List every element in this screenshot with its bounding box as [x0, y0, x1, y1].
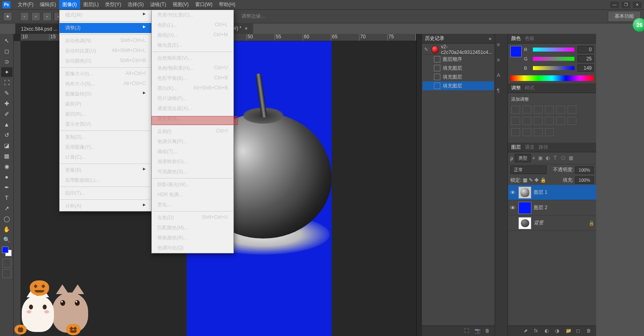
panel-icon-2[interactable]: ≡ [497, 57, 506, 66]
menu-item[interactable]: 色相/饱和度(H)...Ctrl+U [152, 63, 233, 73]
spectrum-ramp[interactable] [510, 75, 594, 81]
trash-icon[interactable]: 🗑 [485, 328, 491, 334]
menu-帮助[interactable]: 帮助(H) [216, 0, 239, 9]
refine-edge-button[interactable]: 调整边缘... [242, 13, 265, 20]
menu-item[interactable]: 替换颜色(R)... [152, 233, 233, 243]
move-tool-icon[interactable]: ↖ [1, 36, 12, 46]
adj-icon[interactable] [511, 128, 520, 136]
history-item[interactable]: 填充图层 [423, 81, 494, 90]
adj-icon[interactable] [534, 128, 543, 136]
adj-icon[interactable] [545, 106, 554, 114]
adj-icon[interactable] [534, 106, 543, 114]
menu-item[interactable]: 黑白(K)...Alt+Shift+Ctrl+B [152, 83, 233, 93]
adj-icon[interactable] [545, 117, 554, 125]
brush-tool-icon[interactable]: ✐ [1, 109, 12, 119]
r-slider[interactable] [533, 48, 574, 52]
path-tool-icon[interactable]: ↗ [1, 203, 12, 213]
r-value[interactable]: 0 [578, 46, 594, 53]
visibility-toggle-icon[interactable]: 👁 [510, 205, 516, 211]
adj-icon[interactable] [556, 106, 565, 114]
tab-close-icon[interactable]: × [245, 25, 248, 31]
menu-item[interactable]: 匹配颜色(M)... [152, 223, 233, 233]
adj-icon[interactable] [522, 128, 531, 136]
menu-item[interactable]: 颜色查找... [152, 114, 233, 124]
tool-preset-icon[interactable]: ✦ [3, 12, 12, 21]
b-slider[interactable] [533, 66, 574, 70]
menu-item[interactable]: 曝光度(E)... [152, 40, 233, 50]
close-button[interactable]: ✕ [633, 2, 642, 8]
selection-add-icon[interactable]: ▫ [31, 12, 40, 21]
swatches-tab[interactable]: 色板 [525, 35, 535, 42]
menu-类型[interactable]: 类型(Y) [102, 0, 124, 9]
adj-icon[interactable] [511, 117, 520, 125]
color-tab[interactable]: 颜色 [511, 35, 521, 42]
lasso-tool-icon[interactable]: ⊃ [1, 57, 12, 66]
menu-item[interactable]: 变量(B) [60, 165, 151, 175]
menu-item[interactable]: 调整(J) [60, 23, 151, 33]
stamp-tool-icon[interactable]: ▲ [1, 120, 12, 129]
channels-tab[interactable]: 通道 [525, 144, 535, 151]
menu-item[interactable]: 渐变映射(G)... [152, 157, 233, 167]
snapshot-new-icon[interactable]: ⛶ [464, 328, 471, 334]
layer-item[interactable]: 👁图层 2 [508, 200, 596, 216]
menu-item[interactable]: 照片滤镜(F)... [152, 93, 233, 104]
panel-icon-1[interactable]: ≡ [497, 42, 506, 51]
selection-new-icon[interactable]: ▫ [20, 12, 29, 21]
menu-item[interactable]: 色调分离(P)... [152, 137, 233, 147]
menu-item[interactable]: 应用图像(Y)... [60, 142, 151, 152]
adjustment-layer-icon[interactable]: ◑ [555, 328, 561, 334]
layer-kind-dropdown[interactable]: 类型 [515, 154, 531, 162]
dodge-tool-icon[interactable]: ● [1, 172, 12, 182]
opacity-value[interactable]: 100% [575, 166, 594, 174]
adj-icon[interactable] [522, 117, 531, 125]
new-layer-icon[interactable]: ◻ [576, 328, 582, 334]
menu-item[interactable]: 显示全部(V) [60, 119, 151, 129]
menu-item[interactable]: 变化... [152, 200, 233, 210]
menu-item[interactable]: 自动颜色(O)Shift+Ctrl+B [60, 56, 151, 66]
history-item[interactable]: 图层顺序 [423, 55, 494, 64]
blur-tool-icon[interactable]: ◉ [1, 162, 12, 171]
menu-窗口[interactable]: 窗口(W) [192, 0, 216, 9]
menu-图像[interactable]: 图像(I) [59, 0, 80, 9]
notification-badge[interactable]: 26 [633, 18, 644, 32]
styles-tab[interactable]: 样式 [525, 85, 535, 91]
color-swatches[interactable] [2, 247, 12, 256]
pen-tool-icon[interactable]: ✒ [1, 183, 12, 192]
menu-item[interactable]: HDR 色调... [152, 190, 233, 200]
menu-滤镜[interactable]: 滤镜(T) [147, 0, 169, 9]
lock-pixels-icon[interactable]: ✎ [529, 177, 533, 183]
menu-item[interactable]: 色调均化(Q) [152, 243, 233, 253]
menu-item[interactable]: 模式(M) [60, 10, 151, 20]
lock-position-icon[interactable]: ✥ [535, 177, 539, 183]
filter-type-icon[interactable]: T [553, 155, 560, 162]
menu-item[interactable]: 分析(A) [60, 201, 151, 211]
menu-item[interactable]: 阈值(T)... [152, 147, 233, 157]
layer-name[interactable]: 图层 2 [534, 204, 547, 211]
menu-item[interactable]: 自然饱和度(V)... [152, 53, 233, 63]
menu-文件[interactable]: 文件(F) [14, 0, 37, 9]
menu-item[interactable]: 色彩平衡(B)...Ctrl+B [152, 73, 233, 83]
adj-icon[interactable] [534, 117, 543, 125]
gradient-tool-icon[interactable]: ▦ [1, 151, 12, 161]
link-icon[interactable]: ⬈ [524, 328, 530, 334]
layer-item[interactable]: 背景🔒 [508, 216, 596, 231]
history-item[interactable]: 填充图层 [423, 73, 494, 81]
menu-item[interactable]: 图像大小(I)...Alt+Ctrl+I [60, 69, 151, 79]
group-icon[interactable]: 📁 [566, 328, 572, 334]
blend-mode-dropdown[interactable]: 正常 [510, 166, 547, 174]
menu-item[interactable]: 画布大小(S)...Alt+Ctrl+C [60, 79, 151, 89]
healing-tool-icon[interactable]: ✚ [1, 99, 12, 108]
menu-编辑[interactable]: 编辑(E) [37, 0, 59, 9]
adj-icon[interactable] [522, 106, 531, 114]
g-slider[interactable] [533, 57, 574, 61]
crop-tool-icon[interactable]: ⛶ [1, 78, 12, 87]
adj-icon[interactable] [511, 106, 520, 114]
foreground-swatch[interactable] [510, 46, 522, 57]
quick-mask-icon[interactable] [2, 259, 11, 268]
lock-all-icon[interactable]: 🔒 [540, 177, 546, 183]
adj-icon[interactable] [568, 117, 576, 125]
filter-smart-icon[interactable]: ▦ [569, 155, 575, 162]
adj-icon[interactable] [545, 128, 554, 136]
menu-item[interactable]: 自动对比度(U)Alt+Shift+Ctrl+L [60, 46, 151, 56]
lock-transparency-icon[interactable]: ▦ [523, 177, 527, 183]
